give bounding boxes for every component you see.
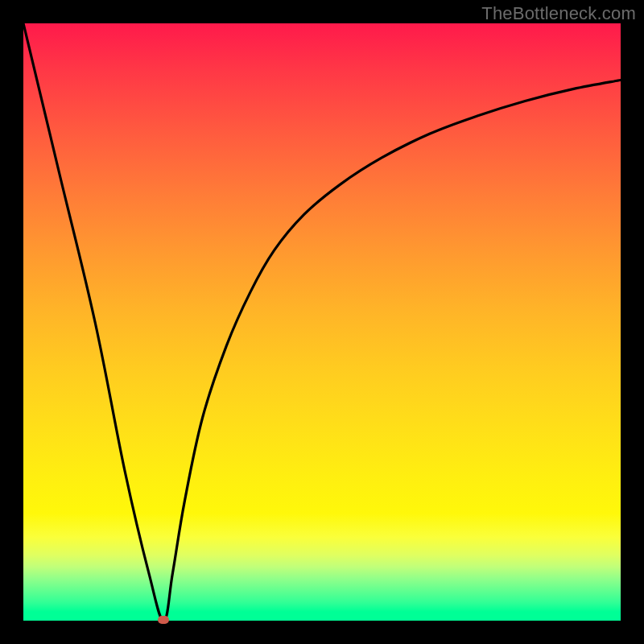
minimum-marker — [158, 616, 169, 624]
plot-area — [23, 23, 621, 621]
chart-frame: TheBottleneck.com — [0, 0, 644, 644]
background-gradient — [23, 23, 621, 621]
watermark-text: TheBottleneck.com — [481, 3, 636, 24]
